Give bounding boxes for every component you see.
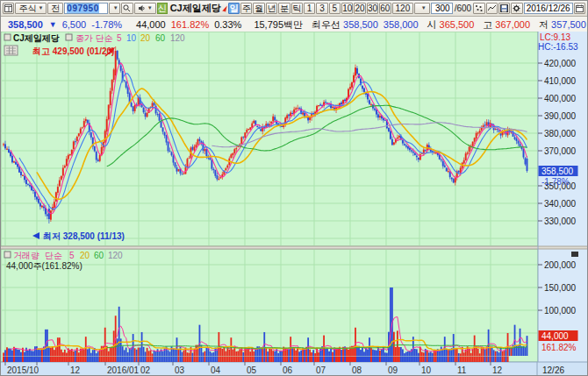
calendar-icon[interactable] — [574, 3, 585, 14]
gear-glyph-icon — [513, 4, 520, 12]
magnifier-glyph-icon — [123, 4, 131, 12]
chevron-down-icon: ▼ — [113, 4, 118, 13]
bar-count-input[interactable]: 300 — [431, 3, 453, 14]
speaker-icon[interactable]: ▼ — [134, 3, 156, 14]
bar-count-value: 300 — [435, 4, 450, 13]
price-axis-label: 330,000 — [544, 216, 577, 226]
polyline-glyph-icon — [488, 4, 496, 12]
volume-axis-label: 150,000 — [544, 283, 577, 293]
x-axis-end-label: 12/26 — [542, 365, 564, 375]
stock-code-input[interactable]: 097950 — [64, 3, 108, 14]
tab-day[interactable]: 일 — [228, 3, 240, 14]
volume-legend-label: 단순 — [45, 251, 62, 260]
price-axis-label: 400,000 — [544, 94, 577, 103]
price-axis-label: 370,000 — [544, 146, 577, 156]
search-icon[interactable] — [121, 3, 133, 14]
x-axis-label: 11 — [457, 365, 467, 375]
x-axis-label: 03 — [175, 365, 185, 375]
stock-chart-window: 주식 ▼ 전 097950 ▼ ▼ 신 CJ제일제당 일 주 월 년 분 틱 1… — [0, 0, 588, 376]
line-chart-icon[interactable] — [486, 3, 498, 14]
price-axis-label: 390,000 — [544, 111, 577, 121]
open-price: 365,500 — [440, 19, 475, 30]
price-change-pct: -1.78% — [91, 19, 122, 30]
chevron-down-icon: ▼ — [147, 4, 153, 13]
chart-area[interactable]: 2015/10122016/01020304050607080910111242… — [1, 32, 588, 376]
price-panel-title: CJ제일제당 — [13, 33, 60, 43]
x-axis-label: 2016/01 — [107, 365, 140, 375]
current-price: 358,500 — [8, 19, 43, 30]
date-input[interactable]: 2016/12/26 — [524, 3, 573, 14]
x-axis-label: 08 — [352, 365, 362, 375]
x-axis-label: 05 — [247, 365, 257, 375]
stock-code-value: 097950 — [67, 4, 98, 13]
chart-canvas[interactable]: 2015/10122016/01020304050607080910111242… — [1, 32, 588, 376]
main-toolbar: 주식 ▼ 전 097950 ▼ ▼ 신 CJ제일제당 일 주 월 년 분 틱 1… — [1, 1, 587, 17]
ma60-legend: 60 — [155, 33, 166, 43]
ma10-legend: 10 — [126, 33, 137, 43]
current-price-tag-text: 358,500 — [541, 167, 574, 176]
volume-tag-text: 44,000 — [541, 331, 569, 341]
asset-type-select[interactable]: 주식 ▼ — [15, 3, 47, 14]
high-price: 367,000 — [495, 19, 530, 30]
minute-button-10[interactable]: 10 — [341, 3, 353, 14]
vol-ma60-legend: 60 — [94, 251, 104, 260]
x-axis-label: 02 — [140, 365, 151, 375]
tab-minute[interactable]: 분 — [278, 3, 290, 14]
minute-button-1[interactable]: 1 — [304, 3, 315, 14]
x-axis-label: 09 — [388, 365, 398, 375]
save-icon[interactable] — [498, 3, 510, 14]
prev-stock-button[interactable]: 전 — [47, 3, 63, 14]
volume-panel-checkbox[interactable] — [4, 252, 11, 258]
volume-axis-label: 200,000 — [544, 260, 577, 270]
best-ask: 358,500 — [343, 19, 378, 30]
tab-tick[interactable]: 틱 — [291, 3, 303, 14]
color-stripe-layer — [3, 357, 509, 363]
compare-icon[interactable] — [473, 3, 484, 14]
ma-legend-label: 종가 단순 — [75, 33, 113, 43]
price-axis-label: 420,000 — [544, 59, 577, 68]
window-glyph-icon — [4, 4, 12, 12]
settings-gear-icon[interactable] — [511, 3, 522, 14]
best-quote-label: 최우선 — [312, 18, 341, 32]
x-axis-label: 04 — [211, 365, 221, 375]
tab-year[interactable]: 년 — [266, 3, 277, 14]
price-change: 6,500 — [62, 19, 87, 30]
vol-ma5-legend: 5 — [69, 251, 75, 260]
price-panel-checkbox[interactable] — [4, 34, 11, 40]
open-label: 시 — [427, 18, 437, 32]
x-axis-label: 06 — [283, 365, 293, 375]
volume-panel-title: 거래량 — [13, 251, 39, 260]
minute-button-30[interactable]: 30 — [367, 3, 378, 14]
best-bid: 358,000 — [384, 19, 419, 30]
chevron-down-icon: ▼ — [38, 4, 43, 13]
minute-button-120[interactable]: 120 — [392, 3, 414, 14]
window-icon[interactable] — [3, 3, 14, 14]
current-price-tag-pct: -1.78% — [541, 177, 570, 187]
low-annotation: 최저 328,500 (11/13) — [43, 231, 125, 241]
new-badge: 신 — [157, 3, 168, 14]
ma120-legend: 120 — [170, 33, 185, 43]
dots-glyph-icon — [475, 4, 483, 12]
tab-week[interactable]: 주 — [240, 3, 252, 14]
minute-button-5[interactable]: 5 — [329, 3, 341, 14]
volume-value: 44,000 — [136, 19, 166, 30]
panel-resize-button[interactable] — [571, 252, 578, 257]
bar-count-total: /600 — [455, 4, 471, 13]
floppy-glyph-icon — [500, 4, 508, 12]
code-dropdown-button[interactable]: ▼ — [109, 3, 120, 14]
volume-axis-label: 100,000 — [544, 306, 577, 316]
tab-month[interactable]: 월 — [253, 3, 264, 14]
high-label: 고 — [483, 18, 492, 32]
stock-name: CJ제일제당 — [169, 2, 222, 15]
volume-ratio: 161.82% — [171, 19, 209, 30]
ma20-legend: 20 — [140, 33, 151, 43]
minute-button-3[interactable]: 3 — [316, 3, 327, 14]
ma-legend-checkbox[interactable] — [66, 34, 72, 40]
custom-minute-select[interactable]: ▼ — [414, 3, 429, 14]
minute-button-60[interactable]: 60 — [379, 3, 391, 14]
down-arrow-icon: ▼ — [49, 20, 57, 29]
price-axis-label: 410,000 — [544, 76, 577, 86]
calendar-glyph-icon — [576, 4, 584, 12]
minute-button-20[interactable]: 20 — [354, 3, 365, 14]
price-axis-label: 380,000 — [544, 129, 577, 138]
